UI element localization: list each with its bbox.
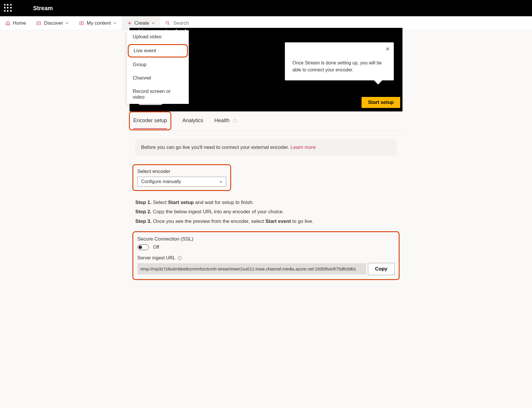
- ingest-url-field[interactable]: rtmp://mp3z7z6s4mbbetkzrmmhzctcmh-stream…: [137, 263, 366, 275]
- tab-analytics[interactable]: Analytics: [182, 113, 203, 129]
- discover-icon: [36, 21, 42, 26]
- tab-encoder-highlight: Encoder setup: [129, 111, 171, 130]
- step-3: Step 3. Once you see the preview from th…: [135, 217, 397, 226]
- nav-my-content[interactable]: My content: [74, 16, 121, 30]
- info-banner: Before you can go live you'll need to co…: [135, 139, 397, 156]
- search-icon[interactable]: [165, 21, 170, 26]
- app-launcher-icon[interactable]: [4, 4, 12, 12]
- ingest-label: Server ingest URL: [137, 255, 175, 261]
- home-icon: [5, 21, 10, 26]
- copy-button[interactable]: Copy: [368, 263, 395, 275]
- menu-live-event[interactable]: Live event: [128, 44, 188, 57]
- chevron-down-icon: [113, 21, 116, 25]
- encoder-select[interactable]: Configure manually: [137, 177, 226, 187]
- create-dropdown: Upload video Live event Group Channel Re…: [127, 30, 189, 104]
- nav-home[interactable]: Home: [0, 16, 31, 30]
- nav-discover-label: Discover: [44, 20, 63, 26]
- top-bar: Stream: [0, 0, 532, 16]
- nav-discover[interactable]: Discover: [31, 16, 74, 30]
- health-status-dot-icon: [233, 119, 237, 122]
- menu-upload-video[interactable]: Upload video: [127, 30, 189, 44]
- steps: Step 1. Select Start setup and wait for …: [135, 198, 397, 226]
- nav-my-content-label: My content: [87, 20, 111, 26]
- ingest-url-row: rtmp://mp3z7z6s4mbbetkzrmmhzctcmh-stream…: [137, 263, 395, 275]
- search-input[interactable]: [173, 20, 260, 26]
- connection-section: Secure Connection (SSL) Off Server inges…: [132, 231, 400, 280]
- toggle-knob: [139, 245, 142, 249]
- callout-body: Once Stream is done setting up, you will…: [292, 59, 386, 73]
- select-encoder-section: Select encoder Configure manually: [132, 164, 231, 191]
- tab-encoder-setup[interactable]: Encoder setup: [133, 113, 167, 129]
- banner-text: Before you can go live you'll need to co…: [141, 145, 291, 150]
- tab-health-label: Health: [214, 118, 229, 123]
- my-content-icon: [79, 21, 84, 26]
- learn-more-link[interactable]: Learn more: [291, 145, 316, 150]
- nav-create-label: Create: [134, 20, 149, 26]
- step-1: Step 1. Select Start setup and wait for …: [135, 198, 397, 207]
- info-icon[interactable]: i: [178, 256, 182, 260]
- menu-group[interactable]: Group: [127, 58, 189, 71]
- ssl-state: Off: [153, 245, 159, 250]
- callout-beak: [374, 76, 382, 84]
- nav-home-label: Home: [13, 20, 26, 26]
- start-setup-button[interactable]: Start setup: [362, 97, 400, 108]
- close-icon[interactable]: ✕: [385, 46, 390, 52]
- select-encoder-label: Select encoder: [137, 169, 226, 174]
- ssl-label: Secure Connection (SSL): [137, 236, 395, 242]
- callout: ✕ Select "Start setup" Once Stream is do…: [285, 42, 394, 80]
- tab-health[interactable]: Health: [214, 113, 237, 129]
- search-wrap: [160, 20, 266, 26]
- chevron-down-icon: [65, 21, 69, 25]
- chevron-down-icon: [219, 180, 222, 183]
- chevron-down-icon: [152, 21, 155, 25]
- ingest-label-row: Server ingest URL i: [137, 255, 395, 261]
- menu-channel[interactable]: Channel: [127, 71, 189, 85]
- svg-point-2: [166, 21, 168, 24]
- app-name: Stream: [33, 5, 53, 12]
- ssl-toggle[interactable]: [137, 244, 149, 250]
- step-2: Step 2. Copy the below ingest URL into a…: [135, 207, 397, 216]
- tabs: Encoder setup Analytics Health: [130, 111, 402, 131]
- plus-icon: [127, 21, 132, 26]
- encoder-select-value: Configure manually: [141, 179, 181, 184]
- callout-title: Select "Start setup": [292, 49, 386, 56]
- menu-record-screen[interactable]: Record screen or video: [127, 85, 189, 104]
- ssl-toggle-wrap: Off: [137, 244, 395, 250]
